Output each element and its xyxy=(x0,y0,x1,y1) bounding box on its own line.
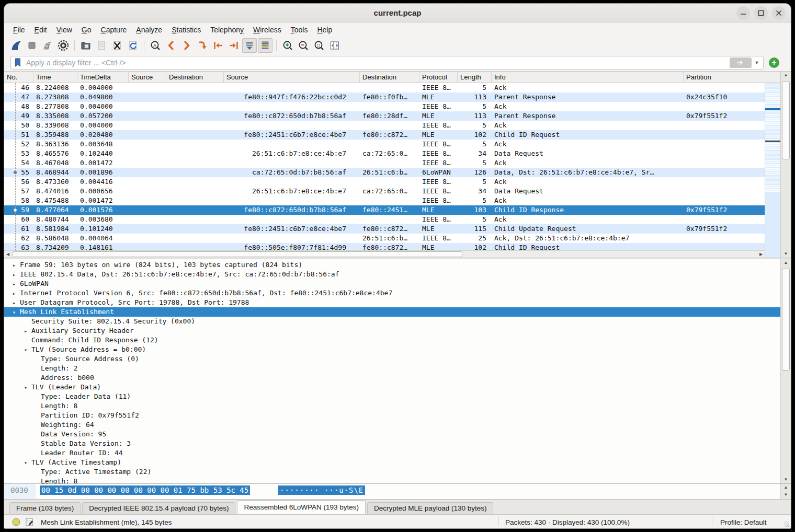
detail-line[interactable]: Stable Data Version: 3 xyxy=(4,439,780,448)
packet-row-62[interactable]: 628.5860480.00406426:51:c6:b…IEEE 8…25Ac… xyxy=(4,234,765,243)
close-button[interactable] xyxy=(772,6,786,20)
hex-ascii[interactable]: ········ ···u·S\E xyxy=(278,486,365,494)
column-header-partition[interactable]: Partition xyxy=(684,72,780,83)
capture-comment-icon[interactable] xyxy=(25,517,35,527)
menu-edit[interactable]: Edit xyxy=(30,24,52,36)
detail-line[interactable]: Leader Router ID: 44 xyxy=(4,448,780,458)
detail-line[interactable]: Length: 2 xyxy=(4,364,780,373)
minimize-button[interactable] xyxy=(736,6,750,20)
tree-expanded-icon[interactable]: ▾ xyxy=(23,345,31,354)
packet-row-58[interactable]: 588.4754880.001472IEEE 8…5Ack xyxy=(4,196,765,205)
filter-dropdown-button[interactable]: ▼ xyxy=(754,60,763,65)
zoom-in-button[interactable] xyxy=(280,38,295,53)
scroll-up-icon[interactable]: ▲ xyxy=(781,484,791,491)
packet-list-hthumb[interactable] xyxy=(13,251,462,257)
menu-statistics[interactable]: Statistics xyxy=(167,24,206,36)
detail-line[interactable]: Address: b000 xyxy=(4,373,780,383)
detail-line[interactable]: ▸6LoWPAN xyxy=(4,279,780,288)
scroll-right-icon[interactable]: ▶ xyxy=(757,251,765,258)
menu-wireless[interactable]: Wireless xyxy=(248,24,286,36)
tree-collapsed-icon[interactable]: ▸ xyxy=(23,327,31,336)
menu-tools[interactable]: Tools xyxy=(286,24,313,36)
display-filter-input[interactable] xyxy=(25,58,730,67)
detail-line[interactable]: ▸IEEE 802.15.4 Data, Dst: 26:51:c6:b7:e8… xyxy=(4,270,780,279)
detail-line[interactable]: Type: Source Address (0) xyxy=(4,354,780,364)
zoom-original-button[interactable]: [:] xyxy=(312,38,326,53)
bookmark-icon[interactable] xyxy=(14,58,22,67)
first-packet-button[interactable] xyxy=(211,38,225,53)
menu-analyze[interactable]: Analyze xyxy=(131,24,167,36)
detail-line[interactable]: Type: Leader Data (11) xyxy=(4,392,780,401)
detail-line[interactable]: ▾Mesh Link Establishment xyxy=(4,307,780,317)
tree-collapsed-icon[interactable]: ▸ xyxy=(12,261,20,270)
menu-capture[interactable]: Capture xyxy=(96,24,132,36)
scroll-up-icon[interactable]: ▲ xyxy=(781,72,791,79)
detail-line[interactable]: Weighting: 64 xyxy=(4,420,780,430)
display-filter-field[interactable]: ▼ xyxy=(10,56,764,70)
scroll-left-icon[interactable]: ◀ xyxy=(4,251,12,258)
column-header-length[interactable]: Length xyxy=(458,72,492,83)
go-back-button[interactable] xyxy=(164,38,178,53)
packet-row-48[interactable]: 488.2778080.004000IEEE 8…5Ack xyxy=(4,102,765,111)
tab-reassembled-6lowpan-193-bytes[interactable]: Reassembled 6LoWPAN (193 bytes) xyxy=(237,500,366,514)
detail-line[interactable]: ▸Internet Protocol Version 6, Src: fe80:… xyxy=(4,288,780,298)
detail-line[interactable]: Partition ID: 0x79f551f2 xyxy=(4,411,780,420)
detail-line[interactable]: Length: 8 xyxy=(4,477,780,483)
hex-vscrollbar[interactable]: ▲ ▼ xyxy=(780,484,791,499)
tree-collapsed-icon[interactable]: ▸ xyxy=(12,298,20,307)
detail-line[interactable]: ▾TLV (Source Address = b0:00) xyxy=(4,345,780,354)
packet-row-57[interactable]: 578.4740160.00065626:51:c6:b7:e8:ce:4b:e… xyxy=(4,187,765,196)
colorize-button[interactable] xyxy=(258,38,272,53)
capture-options-button[interactable] xyxy=(56,38,71,53)
menu-file[interactable]: File xyxy=(8,24,30,36)
tab-decrypted-mle-payload-130-bytes[interactable]: Decrypted MLE payload (130 bytes) xyxy=(367,502,493,514)
menu-help[interactable]: Help xyxy=(312,24,337,36)
packet-row-46[interactable]: 468.2240080.004000IEEE 8…5Ack xyxy=(4,83,765,92)
detail-line[interactable]: Security Suite: 802.15.4 Security (0x00) xyxy=(4,317,780,326)
detail-line[interactable]: ▾TLV (Leader Data) xyxy=(4,383,780,392)
detail-line[interactable]: ▸Frame 59: 103 bytes on wire (824 bits),… xyxy=(4,260,780,270)
maximize-button[interactable] xyxy=(754,6,768,20)
column-header-destination[interactable]: Destination xyxy=(166,72,224,83)
packet-list-hscrollbar[interactable]: ◀ ▶ xyxy=(4,250,765,258)
column-header-source[interactable]: Source xyxy=(129,72,166,83)
scroll-down-icon[interactable]: ▼ xyxy=(781,476,791,483)
menu-telephony[interactable]: Telephony xyxy=(206,24,248,36)
menu-go[interactable]: Go xyxy=(77,24,96,36)
tab-decrypted-ieee-802-15-4-payload-70-bytes[interactable]: Decrypted IEEE 802.15.4 payload (70 byte… xyxy=(82,502,235,514)
packet-row-54[interactable]: 548.4670480.001472IEEE 8…5Ack xyxy=(4,158,765,168)
packet-row-61[interactable]: 618.5819840.101240fe80::2451:c6b7:e8ce:4… xyxy=(4,224,765,234)
details-vthumb[interactable] xyxy=(782,269,790,371)
detail-line[interactable]: Data Version: 95 xyxy=(4,430,780,439)
packet-row-50[interactable]: 508.3390080.004000IEEE 8…5Ack xyxy=(4,121,765,130)
packet-row-60[interactable]: 608.4807440.003680IEEE 8…5Ack xyxy=(4,215,765,224)
stop-capture-button[interactable] xyxy=(25,38,39,53)
packet-list-minimap[interactable] xyxy=(765,83,780,258)
reload-file-button[interactable] xyxy=(126,38,140,53)
close-file-button[interactable] xyxy=(110,38,124,53)
packet-row-55[interactable]: 558.4689440.001896ca:72:65:0d:b7:b8:56:a… xyxy=(4,168,765,177)
packet-row-52[interactable]: 528.3631360.003648IEEE 8…5Ack xyxy=(4,140,765,149)
resize-grip[interactable] xyxy=(784,522,789,527)
scroll-up-icon[interactable]: ▲ xyxy=(781,259,791,267)
tree-expanded-icon[interactable]: ▾ xyxy=(23,458,31,467)
go-to-packet-button[interactable] xyxy=(195,38,210,53)
column-header-info[interactable]: Info xyxy=(492,72,684,83)
packet-row-56[interactable]: 568.4733600.004416IEEE 8…5Ack xyxy=(4,177,765,187)
detail-line[interactable]: ▸User Datagram Protocol, Src Port: 19788… xyxy=(4,298,780,307)
detail-line[interactable]: Length: 8 xyxy=(4,401,780,411)
tree-collapsed-icon[interactable]: ▸ xyxy=(12,289,20,298)
detail-line[interactable]: Type: Active Timestamp (22) xyxy=(4,467,780,477)
menu-view[interactable]: View xyxy=(52,24,77,36)
packet-list-vscrollbar[interactable]: ▲ ▼ xyxy=(780,72,791,258)
go-forward-button[interactable] xyxy=(179,38,194,53)
add-filter-button[interactable]: + xyxy=(769,57,779,68)
column-header-time[interactable]: Time xyxy=(33,72,77,83)
auto-scroll-button[interactable] xyxy=(242,38,257,53)
detail-line[interactable]: Command: Child ID Response (12) xyxy=(4,336,780,345)
resize-columns-button[interactable] xyxy=(327,38,342,53)
packet-row-51[interactable]: 518.3594880.020480fe80::2451:c6b7:e8ce:4… xyxy=(4,130,765,140)
hex-row[interactable]: 0030 00 15 0d 00 00 00 00 00 00 00 01 75… xyxy=(4,486,780,496)
tree-collapsed-icon[interactable]: ▸ xyxy=(12,270,20,279)
column-header-no[interactable]: No. xyxy=(4,72,33,83)
